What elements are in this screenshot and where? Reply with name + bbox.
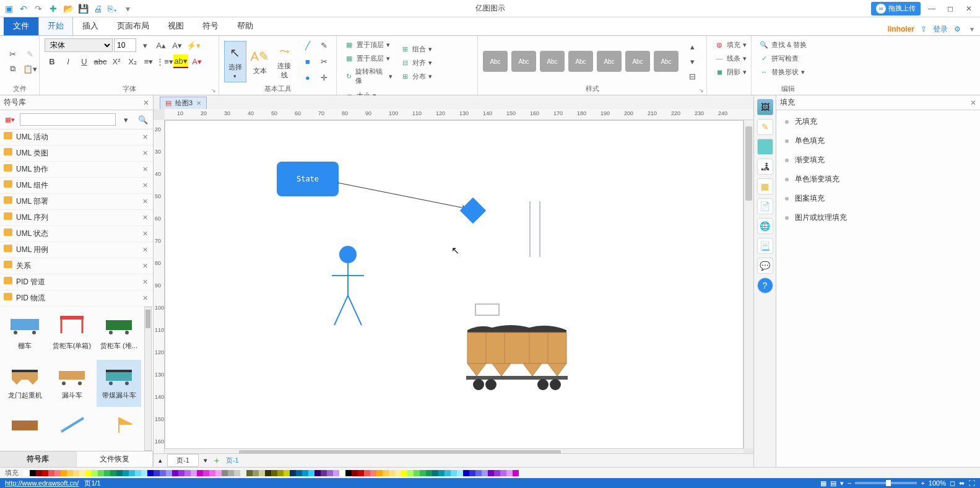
- print-icon[interactable]: 🖨: [92, 2, 104, 15]
- search-icon[interactable]: 🔍: [136, 113, 150, 126]
- font-dialog-icon[interactable]: ↘: [211, 87, 216, 94]
- find-replace-button[interactable]: 🔍查找 & 替换: [757, 38, 825, 51]
- page-nav-up-icon[interactable]: ▴: [158, 456, 162, 464]
- align-button[interactable]: ⊟对齐 ▾: [397, 56, 438, 69]
- shadow-button[interactable]: ◼阴影 ▾: [712, 66, 753, 78]
- side-swatch-icon[interactable]: [757, 139, 773, 155]
- tab-start[interactable]: 开始: [38, 16, 73, 35]
- style-swatch-2[interactable]: Abc: [511, 51, 536, 72]
- distribute-button[interactable]: ⊞分布 ▾: [397, 70, 438, 82]
- lib-item[interactable]: UML 类图✕: [0, 146, 153, 162]
- crop-icon[interactable]: ✂: [316, 54, 331, 68]
- rotate-mirror-button[interactable]: ↻旋转和镜像 ▾: [342, 66, 395, 87]
- save-icon[interactable]: 💾: [77, 2, 89, 15]
- close-window-button[interactable]: ✕: [961, 4, 976, 13]
- style-down-icon[interactable]: ▾: [685, 54, 700, 68]
- line-button[interactable]: —线条 ▾: [712, 52, 753, 64]
- fill-solid[interactable]: 单色填充: [785, 136, 971, 146]
- lib-item[interactable]: UML 部署✕: [0, 194, 153, 210]
- lib-item[interactable]: PID 物流✕: [0, 290, 153, 307]
- cut-icon[interactable]: ✂: [5, 47, 20, 61]
- fill-none[interactable]: 无填充: [785, 116, 971, 127]
- minimize-button[interactable]: —: [924, 4, 939, 13]
- highlight-icon[interactable]: ab▾: [173, 54, 188, 68]
- tab-file[interactable]: 文件: [4, 16, 38, 35]
- lib-item[interactable]: UML 序列✕: [0, 210, 153, 226]
- fit-page-icon[interactable]: ◻: [950, 479, 955, 487]
- side-pen-icon[interactable]: ✎: [757, 119, 773, 135]
- shape-boxcar[interactable]: 棚车: [2, 310, 47, 357]
- bold-icon[interactable]: B: [45, 54, 59, 68]
- lib-item[interactable]: UML 协作✕: [0, 162, 153, 178]
- right-panel-close-icon[interactable]: ✕: [970, 98, 976, 107]
- hopper-car-shape[interactable]: [461, 319, 573, 393]
- lib-search-input[interactable]: [20, 113, 116, 126]
- page-nav-down-icon[interactable]: ▾: [204, 456, 207, 464]
- anchor-icon[interactable]: ✛: [316, 71, 331, 84]
- zoom-out-icon[interactable]: −: [848, 479, 851, 487]
- side-picture-icon[interactable]: 🏞: [757, 159, 773, 175]
- lib-menu-icon[interactable]: ▦▾: [2, 113, 17, 126]
- fill-picture[interactable]: 图片或纹理填充: [785, 212, 971, 223]
- underline-icon[interactable]: U: [77, 54, 92, 68]
- lib-search-dropdown-icon[interactable]: ▾: [118, 113, 133, 126]
- shrink-font-icon[interactable]: A▾: [170, 38, 184, 52]
- shape-extra-1[interactable]: [2, 409, 47, 447]
- copy-icon[interactable]: ⧉: [5, 62, 20, 76]
- vertical-ruler[interactable]: 2030405060708090100110120130140150160: [154, 120, 165, 467]
- tab-symbol-lib[interactable]: 符号库: [0, 451, 77, 467]
- strike-icon[interactable]: abc: [93, 54, 108, 68]
- style-more-icon[interactable]: ⊟: [685, 69, 700, 83]
- fill-solid-gradient[interactable]: 单色渐变填充: [785, 174, 971, 185]
- add-page-icon[interactable]: ＋: [212, 455, 221, 466]
- ellipse-icon[interactable]: ●: [300, 71, 315, 84]
- select-tool[interactable]: ↖ 选择▾: [224, 41, 246, 82]
- shapes-scrollbar[interactable]: [144, 307, 152, 451]
- paste-icon[interactable]: 📋▾: [22, 62, 37, 76]
- view-mode-icon-3[interactable]: ▾: [840, 479, 844, 487]
- text-tool[interactable]: A✎ 文本: [249, 45, 271, 78]
- font-size-dropdown-icon[interactable]: ▾: [137, 38, 152, 52]
- format-painter-icon[interactable]: ✎: [22, 47, 37, 61]
- zoom-slider[interactable]: [855, 482, 917, 484]
- superscript-icon[interactable]: X²: [109, 54, 124, 68]
- fill-pattern[interactable]: 图案填充: [785, 193, 971, 204]
- qat-more-icon[interactable]: ▾: [121, 2, 134, 15]
- vertical-scrollbar[interactable]: [744, 120, 753, 448]
- shape-container-single[interactable]: 货柜车(单箱): [50, 310, 94, 357]
- tab-file-recover[interactable]: 文件恢复: [77, 451, 154, 467]
- lib-item[interactable]: UML 活动✕: [0, 129, 153, 146]
- group-button[interactable]: ⊞组合 ▾: [397, 43, 438, 55]
- line-icon[interactable]: ╱: [300, 38, 315, 52]
- style-swatch-7[interactable]: Abc: [654, 51, 679, 72]
- send-back-button[interactable]: ▦置于底层 ▾: [342, 52, 395, 64]
- tab-insert[interactable]: 插入: [73, 16, 108, 35]
- undo-icon[interactable]: ↶: [17, 2, 30, 15]
- bring-front-button[interactable]: ▦置于顶层 ▾: [342, 38, 395, 51]
- style-swatch-6[interactable]: Abc: [625, 51, 650, 72]
- style-swatch-3[interactable]: Abc: [540, 51, 565, 72]
- lib-item[interactable]: PID 管道✕: [0, 274, 153, 290]
- fill-button[interactable]: ◍填充 ▾: [712, 38, 753, 51]
- lib-item[interactable]: UML 组件✕: [0, 178, 153, 194]
- grow-font-icon[interactable]: A▴: [154, 38, 168, 52]
- replace-shape-button[interactable]: ↔替换形状 ▾: [757, 66, 825, 78]
- doc-close-icon[interactable]: ✕: [196, 100, 201, 107]
- shape-coal-hopper[interactable]: 带煤漏斗车: [97, 360, 141, 407]
- bullet-list-icon[interactable]: ⋮≡▾: [157, 54, 172, 68]
- shape-container-stack[interactable]: 货柜车 (堆...: [97, 310, 141, 357]
- subscript-icon[interactable]: X₂: [125, 54, 140, 68]
- fullscreen-icon[interactable]: ⛶: [968, 479, 975, 487]
- login-link[interactable]: 登录: [933, 24, 948, 35]
- footer-url[interactable]: http://www.edrawsoft.cn/: [5, 479, 79, 487]
- side-help-icon[interactable]: ?: [757, 277, 773, 294]
- pencil-icon[interactable]: ✎: [316, 38, 331, 52]
- doc-tab-1[interactable]: ▤ 绘图3 ✕: [160, 97, 207, 109]
- lightning-icon[interactable]: ⚡▾: [186, 38, 201, 52]
- horizontal-ruler[interactable]: 1020304050607080901001101201301401501601…: [165, 109, 753, 120]
- page-tab-1[interactable]: 页-1: [167, 454, 199, 467]
- page-tab-1b[interactable]: 页-1: [226, 456, 239, 465]
- italic-icon[interactable]: I: [61, 54, 76, 68]
- open-icon[interactable]: 📂: [62, 2, 74, 15]
- style-swatch-5[interactable]: Abc: [597, 51, 622, 72]
